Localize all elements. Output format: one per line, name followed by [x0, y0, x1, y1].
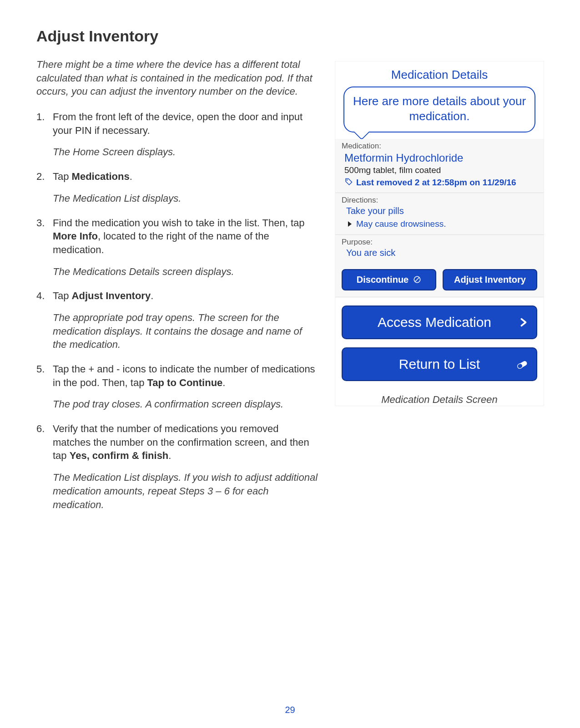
step-5-post: . [222, 377, 225, 388]
step-5-sub: The pod tray closes. A confirmation scre… [53, 397, 318, 411]
chevron-right-icon [518, 316, 528, 329]
device-header: Medication Details [335, 61, 544, 85]
directions-section: Directions: Take your pills May cause dr… [335, 193, 544, 235]
svg-point-0 [347, 179, 348, 180]
step-3-pre: Find the medication you wish to take in … [53, 217, 305, 229]
step-3: Find the medication you wish to take in … [36, 216, 318, 279]
step-5: Tap the + and - icons to indicate the nu… [36, 362, 318, 411]
step-2-bold: Medications [72, 171, 130, 182]
step-3-bold: More Info [53, 230, 98, 242]
last-removed-text: Last removed 2 at 12:58pm on 11/29/16 [356, 177, 516, 188]
discontinue-label: Discontinue [357, 275, 409, 285]
step-2: Tap Medications. The Medication List dis… [36, 170, 318, 205]
purpose-label: Purpose: [342, 238, 537, 247]
step-5-bold: Tap to Continue [147, 377, 223, 388]
tag-icon [344, 178, 353, 186]
warning-text: May cause drowsiness. [356, 219, 446, 229]
last-removed-row: Last removed 2 at 12:58pm on 11/29/16 [344, 177, 537, 188]
step-2-pre: Tap [53, 171, 72, 182]
return-to-list-button[interactable]: Return to List [342, 347, 537, 381]
step-2-post: . [130, 171, 132, 182]
step-4-post: . [151, 290, 153, 301]
step-2-sub: The Medication List displays. [53, 192, 318, 205]
step-3-sub: The Medications Details screen displays. [53, 265, 318, 279]
access-medication-button[interactable]: Access Medication [342, 305, 537, 339]
device-screenshot: Medication Details Here are more details… [335, 61, 544, 406]
intro-text: There might be a time where the device h… [36, 58, 318, 98]
step-6: Verify that the number of medications yo… [36, 422, 318, 511]
medication-label: Medication: [342, 142, 537, 151]
step-6-bold: Yes, confirm & finish [70, 450, 169, 461]
svg-line-2 [415, 278, 419, 282]
access-medication-label: Access Medication [351, 315, 518, 330]
return-to-list-label: Return to List [399, 356, 480, 372]
warning-row[interactable]: May cause drowsiness. [348, 219, 537, 229]
purpose-text: You are sick [346, 248, 537, 258]
page-title: Adjust Inventory [36, 27, 544, 45]
directions-text: Take your pills [346, 206, 537, 216]
step-1-sub: The Home Screen displays. [53, 145, 318, 159]
speech-bubble: Here are more details about your medicat… [343, 87, 535, 132]
pill-icon [515, 357, 529, 371]
directions-label: Directions: [342, 196, 537, 205]
figure-caption: Medication Details Screen [335, 394, 544, 406]
medication-name: Metformin Hydrochloride [344, 152, 537, 164]
step-4: Tap Adjust Inventory. The appropriate po… [36, 289, 318, 351]
discontinue-button[interactable]: Discontinue [342, 269, 436, 290]
triangle-icon [348, 221, 352, 227]
step-4-bold: Adjust Inventory [72, 290, 151, 301]
adjust-inventory-button[interactable]: Adjust Inventory [443, 269, 537, 290]
step-4-sub: The appropriate pod tray opens. The scre… [53, 311, 318, 351]
medication-section: Medication: Metformin Hydrochloride 500m… [335, 139, 544, 193]
step-4-pre: Tap [53, 290, 72, 301]
adjust-inventory-label: Adjust Inventory [454, 275, 526, 285]
step-6-post: . [168, 450, 171, 461]
page-number: 29 [0, 705, 580, 715]
step-1: From the front left of the device, open … [36, 110, 318, 159]
medication-sub: 500mg tablet, film coated [344, 165, 537, 175]
purpose-section: Purpose: You are sick [335, 235, 544, 264]
step-1-text: From the front left of the device, open … [53, 111, 303, 136]
prohibit-icon [413, 275, 421, 284]
step-6-sub: The Medication List displays. If you wis… [53, 471, 318, 511]
